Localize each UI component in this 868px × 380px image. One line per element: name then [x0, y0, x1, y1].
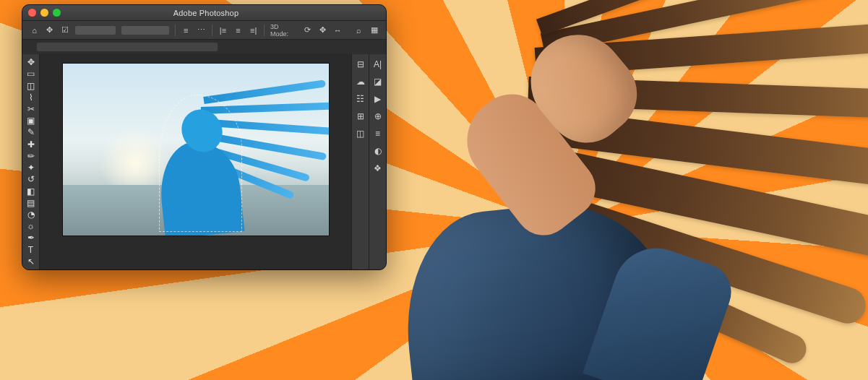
- frame-tool-icon[interactable]: ▣: [25, 116, 38, 126]
- search-icon[interactable]: ⌕: [354, 25, 364, 35]
- align-right-icon[interactable]: ≡|: [249, 25, 258, 35]
- gradient-tool-icon[interactable]: ▤: [25, 198, 38, 208]
- clone-tool-icon[interactable]: ✦: [25, 163, 38, 173]
- marquee-tool-icon[interactable]: ◫: [25, 80, 38, 90]
- canvas-area[interactable]: [40, 54, 351, 269]
- color-panel-icon[interactable]: ⊕: [372, 111, 384, 122]
- distribute-icon[interactable]: ⋯: [197, 25, 206, 35]
- app-title: Adobe Photoshop: [65, 9, 347, 17]
- option-dropdown[interactable]: [121, 26, 168, 35]
- blur-tool-icon[interactable]: ◔: [25, 210, 38, 220]
- history-brush-icon[interactable]: ↺: [25, 174, 38, 184]
- crop-tool-icon[interactable]: ✂: [25, 104, 38, 114]
- eraser-tool-icon[interactable]: ◧: [25, 186, 38, 196]
- adjustments-panel-icon[interactable]: ◐: [372, 145, 384, 157]
- separator: [212, 25, 212, 36]
- document-tab[interactable]: [37, 43, 218, 51]
- brush-tool-icon[interactable]: ✏: [25, 151, 38, 161]
- artboard-tool-icon[interactable]: ▭: [25, 69, 38, 79]
- mode-label: 3D Mode:: [270, 23, 296, 38]
- document-canvas[interactable]: [62, 63, 330, 236]
- dodge-tool-icon[interactable]: ☼: [25, 221, 38, 231]
- close-window-icon[interactable]: [28, 9, 36, 17]
- right-panel-dock-b: ⊟☁☷⊞◫: [351, 54, 369, 269]
- checkbox-icon[interactable]: ☑: [60, 25, 69, 35]
- properties-panel-icon[interactable]: ⊟: [355, 59, 366, 70]
- align-center-icon[interactable]: ≡: [233, 25, 243, 35]
- play-icon[interactable]: ▶: [372, 93, 384, 105]
- workspace-menu-icon[interactable]: ▦: [369, 25, 379, 35]
- marching-ants-selection: [159, 95, 242, 232]
- right-panel-dock-a: A|◪▶⊕≡◐❖: [369, 54, 386, 269]
- character-panel-icon[interactable]: A|: [372, 59, 384, 70]
- fullscreen-window-icon[interactable]: [53, 9, 61, 17]
- 3d-orbit-icon[interactable]: ⟳: [303, 25, 312, 35]
- left-toolbar: ✥▭◫⌇✂▣✎✚✏✦↺◧▤◔☼✒T↖: [22, 54, 40, 269]
- props2-icon[interactable]: ☷: [355, 93, 366, 105]
- canvas-selected-subject: [146, 95, 254, 236]
- 3d-pan-icon[interactable]: ✥: [318, 25, 327, 35]
- option-dropdown[interactable]: [75, 26, 116, 35]
- move-tool-icon[interactable]: ✥: [25, 57, 38, 67]
- libraries-panel-icon[interactable]: ☁: [355, 76, 366, 87]
- photoshop-window: Adobe Photoshop ⌂ ✥ ☑ ≡ ⋯ |≡ ≡ ≡| 3D Mod…: [22, 4, 387, 270]
- move-tool-icon[interactable]: ✥: [45, 25, 54, 35]
- path-tool-icon[interactable]: ↖: [25, 256, 38, 267]
- swatches-panel-icon[interactable]: ◪: [372, 76, 384, 87]
- layers-panel-icon[interactable]: ❖: [372, 163, 384, 174]
- window-titlebar[interactable]: Adobe Photoshop: [22, 5, 386, 21]
- eyedropper-tool-icon[interactable]: ✎: [25, 127, 38, 137]
- options-bar: ⌂ ✥ ☑ ≡ ⋯ |≡ ≡ ≡| 3D Mode: ⟳ ✥ ↔ ⌕ ▦: [22, 21, 386, 40]
- type-tool-icon[interactable]: T: [25, 245, 38, 255]
- separator: [175, 25, 176, 36]
- lasso-tool-icon[interactable]: ⌇: [25, 92, 38, 103]
- info-panel-icon[interactable]: ⊞: [355, 111, 366, 122]
- document-tab-bar: [22, 40, 386, 54]
- separator: [264, 25, 265, 36]
- pen-tool-icon[interactable]: ✒: [25, 233, 38, 243]
- 3d-slide-icon[interactable]: ↔: [333, 25, 343, 35]
- align-left-icon[interactable]: |≡: [218, 25, 228, 35]
- home-icon[interactable]: ⌂: [30, 25, 39, 35]
- align-edges-icon[interactable]: ≡: [181, 25, 191, 35]
- healing-tool-icon[interactable]: ✚: [25, 139, 38, 150]
- history-panel-icon[interactable]: ≡: [372, 128, 384, 139]
- minimize-window-icon[interactable]: [40, 9, 48, 17]
- channels-panel-icon[interactable]: ◫: [355, 128, 366, 139]
